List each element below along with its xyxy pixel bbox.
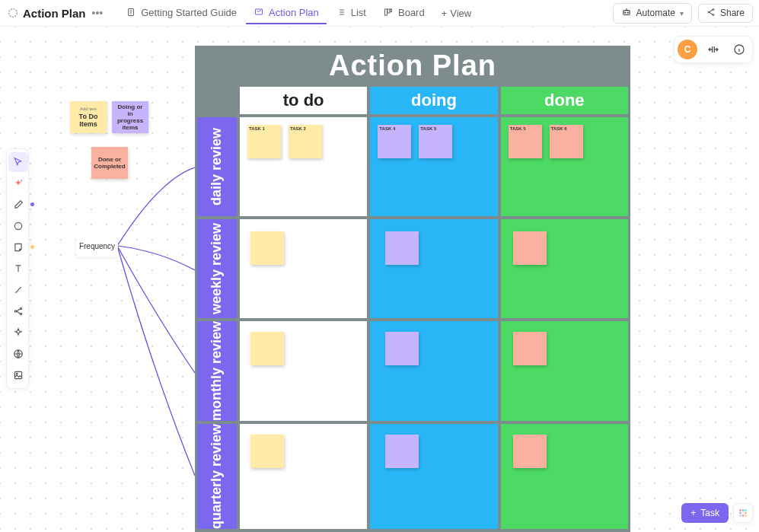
svg-rect-3 xyxy=(384,9,387,15)
share-button[interactable]: Share xyxy=(698,4,753,23)
task-note[interactable]: TASK 5 xyxy=(509,125,542,158)
svg-point-0 xyxy=(9,9,18,18)
task-note[interactable]: TASK 6 xyxy=(550,125,583,158)
apps-grid-button[interactable] xyxy=(733,503,753,523)
svg-point-10 xyxy=(708,11,710,13)
task-btn-label: Task xyxy=(700,508,719,518)
drawing-toolbar xyxy=(6,148,29,389)
note-label: TASK 1 xyxy=(249,126,265,131)
chevron-down-icon: ▾ xyxy=(680,9,684,18)
note-label: TASK 2 xyxy=(290,126,306,131)
image-tool[interactable] xyxy=(8,365,28,385)
automate-button[interactable]: Automate ▾ xyxy=(613,3,692,24)
svg-rect-22 xyxy=(742,509,744,511)
cell-quarterly-doing[interactable] xyxy=(370,424,497,529)
cell-monthly-doing[interactable] xyxy=(370,321,497,421)
task-note[interactable] xyxy=(385,231,419,265)
row-label-text: monthly review xyxy=(210,321,223,421)
view-tabs: Getting Started Guide Action Plan List B… xyxy=(118,2,479,24)
tab-board[interactable]: Board xyxy=(375,2,432,24)
board-title: Action Plan xyxy=(197,48,628,87)
tab-list[interactable]: List xyxy=(328,2,374,24)
whiteboard-icon xyxy=(254,7,264,18)
cell-weekly-doing[interactable] xyxy=(370,219,497,318)
document-title[interactable]: Action Plan xyxy=(23,7,86,20)
node-label: Frequency xyxy=(79,242,115,250)
cell-daily-todo[interactable]: TASK 1 TASK 2 xyxy=(240,117,367,216)
text-tool[interactable] xyxy=(8,259,28,279)
row-label-monthly: monthly review xyxy=(197,321,237,421)
sticky-note-tool[interactable] xyxy=(8,237,28,257)
fit-width-button[interactable] xyxy=(703,40,723,59)
shape-tool[interactable] xyxy=(8,216,28,236)
pen-tool[interactable] xyxy=(8,195,28,215)
task-note[interactable] xyxy=(513,231,547,265)
task-note[interactable]: TASK 4 xyxy=(378,125,411,158)
task-note[interactable] xyxy=(385,332,419,365)
svg-point-15 xyxy=(20,307,21,309)
whiteboard-canvas[interactable]: C Add text To Do Items Doing or in progr… xyxy=(0,27,759,532)
cell-daily-done[interactable]: TASK 5 TASK 6 xyxy=(501,117,628,216)
plus-icon: + xyxy=(690,508,696,518)
topbar: Action Plan ••• Getting Started Guide Ac… xyxy=(0,0,759,27)
kanban-board[interactable]: Action Plan to do doing done daily revie… xyxy=(195,46,630,532)
add-view-button[interactable]: + View xyxy=(434,2,480,24)
cell-weekly-todo[interactable] xyxy=(240,219,367,318)
task-note[interactable] xyxy=(250,231,284,265)
ai-tool[interactable] xyxy=(8,174,28,193)
tab-label: List xyxy=(351,7,366,18)
task-note[interactable]: TASK 2 xyxy=(289,125,322,158)
tab-getting-started[interactable]: Getting Started Guide xyxy=(118,2,244,24)
sparkle-tool[interactable] xyxy=(8,323,28,342)
sticky-label: To Do Items xyxy=(73,113,104,128)
task-note[interactable] xyxy=(250,332,284,365)
legend-sticky-doing[interactable]: Doing or in progress items xyxy=(112,101,148,133)
svg-point-16 xyxy=(20,313,21,314)
svg-rect-27 xyxy=(739,514,741,516)
row-label-quarterly: quarterly review xyxy=(197,424,237,529)
task-note[interactable]: TASK 1 xyxy=(247,125,281,158)
frequency-node[interactable]: Frequency xyxy=(76,234,118,257)
note-label: TASK 6 xyxy=(551,126,567,131)
cell-quarterly-todo[interactable] xyxy=(240,424,367,529)
more-actions-button[interactable]: ••• xyxy=(89,7,107,19)
note-label: TASK 5 xyxy=(510,126,526,131)
board-grid: to do doing done daily review TASK 1 TAS… xyxy=(197,87,628,531)
tab-action-plan[interactable]: Action Plan xyxy=(246,2,327,24)
task-note[interactable] xyxy=(513,435,547,468)
connector-tool[interactable] xyxy=(8,280,28,300)
sticky-hint: Add text xyxy=(80,107,97,111)
cell-quarterly-done[interactable] xyxy=(501,424,628,529)
cell-monthly-todo[interactable] xyxy=(240,321,367,421)
svg-point-7 xyxy=(624,12,625,13)
task-note[interactable] xyxy=(250,435,284,468)
info-button[interactable] xyxy=(729,40,749,59)
column-header-todo: to do xyxy=(240,87,367,114)
user-avatar[interactable]: C xyxy=(678,40,697,59)
row-label-text: daily review xyxy=(210,128,223,205)
canvas-top-right-controls: C xyxy=(674,36,753,63)
cell-weekly-done[interactable] xyxy=(501,219,628,318)
cell-daily-doing[interactable]: TASK 4 TASK 5 xyxy=(370,117,497,216)
svg-rect-24 xyxy=(739,512,741,514)
board-corner xyxy=(197,87,237,114)
cell-monthly-done[interactable] xyxy=(501,321,628,421)
svg-rect-29 xyxy=(745,514,746,516)
web-tool[interactable] xyxy=(8,344,28,364)
legend-sticky-todo[interactable]: Add text To Do Items xyxy=(70,101,107,133)
share-icon xyxy=(706,8,716,19)
tab-label: Board xyxy=(398,7,425,18)
create-task-button[interactable]: + Task xyxy=(681,503,729,523)
select-tool[interactable] xyxy=(8,152,28,172)
svg-point-11 xyxy=(713,14,714,15)
task-note[interactable] xyxy=(385,435,419,468)
task-note[interactable] xyxy=(513,332,547,365)
legend-sticky-done[interactable]: Done or Completed xyxy=(91,147,128,179)
task-note[interactable]: TASK 5 xyxy=(419,125,452,158)
loading-spinner-icon xyxy=(6,6,20,20)
mindmap-tool[interactable] xyxy=(8,301,28,321)
tab-label: Getting Started Guide xyxy=(141,7,237,18)
sticky-label: Doing or in progress items xyxy=(115,104,145,131)
svg-rect-21 xyxy=(739,509,741,511)
svg-rect-26 xyxy=(745,512,746,514)
